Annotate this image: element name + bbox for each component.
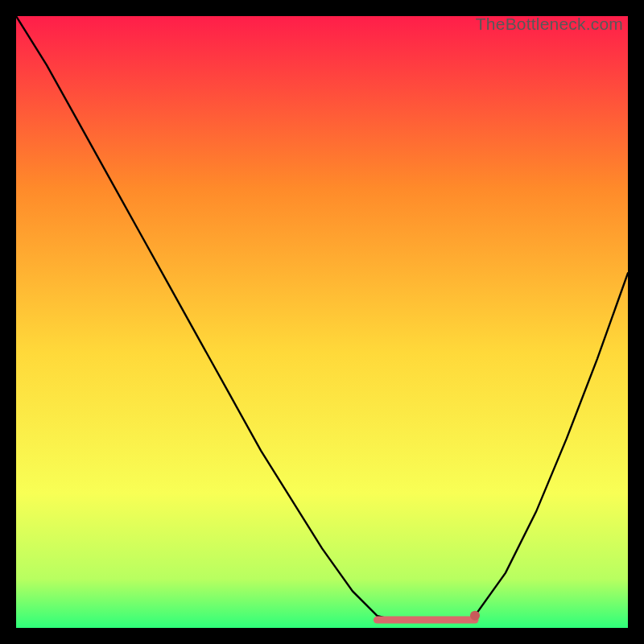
svg-point-1 (470, 611, 480, 621)
bottleneck-curve (16, 16, 628, 628)
chart-frame: TheBottleneck.com (16, 16, 628, 628)
